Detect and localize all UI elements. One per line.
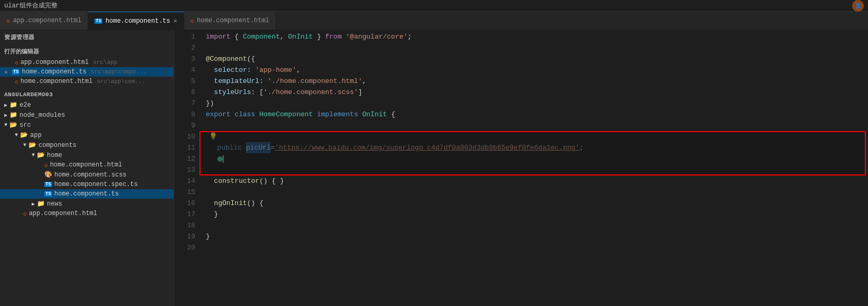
chevron-down-icon: ▼ (4, 122, 7, 128)
code-line-3: @Component ({ (206, 53, 868, 64)
chevron-down-icon: ▼ (32, 152, 35, 158)
code-line-9 (206, 120, 868, 131)
html-icon: ◇ (6, 17, 10, 24)
folder-icon: 📁 (37, 200, 45, 208)
file-path: src\app\com... (97, 78, 145, 85)
ts-icon: TS (94, 18, 102, 24)
file-label: home.component.ts (54, 190, 119, 198)
code-line-12 (206, 153, 868, 164)
open-editors-label: 打开的编辑器 (0, 43, 174, 58)
file-label: home.component.ts (22, 68, 86, 76)
open-editor-home-ts[interactable]: ✕ TS home.component.ts src\app\compo... (0, 67, 174, 77)
code-view: 1 2 3 4 5 6 7 8 9 10 11 12 13 14 15 16 1… (174, 30, 868, 306)
tree-e2e[interactable]: ▶ 📁 e2e (0, 100, 174, 110)
html-file-icon: ◇ (15, 78, 18, 85)
lightbulb-icon: 💡 (209, 131, 217, 142)
tab-app-component-html[interactable]: ◇ app.component.html (0, 12, 88, 30)
line-numbers: 1 2 3 4 5 6 7 8 9 10 11 12 13 14 15 16 1… (174, 30, 201, 306)
folder-label: e2e (20, 101, 31, 109)
tree-app[interactable]: ▼ 📂 app (0, 130, 174, 140)
tab-close-button[interactable]: ✕ (173, 17, 177, 25)
editor-area[interactable]: 1 2 3 4 5 6 7 8 9 10 11 12 13 14 15 16 1… (174, 30, 868, 306)
folder-icon: 📂 (37, 151, 45, 159)
code-line-18 (206, 220, 868, 231)
tree-app-component-html[interactable]: ◇ app.component.html (0, 209, 174, 218)
code-line-19: } (206, 231, 868, 242)
tab-home-component-html[interactable]: ◇ home.component.html (184, 12, 276, 30)
folder-label: home (47, 152, 62, 159)
green-dot-indicator (217, 156, 223, 162)
chevron-right-icon: ▶ (32, 201, 35, 207)
tab-label: app.component.html (13, 17, 82, 24)
file-label: app.component.html (29, 210, 98, 217)
folder-label: news (47, 200, 62, 208)
chevron-right-icon: ▶ (4, 112, 7, 118)
file-label: home.component.html (50, 161, 122, 169)
code-line-20 (206, 242, 868, 253)
close-icon[interactable]: ✕ (4, 69, 8, 76)
code-line-13 (206, 164, 868, 175)
html-file-icon: ◇ (44, 162, 48, 169)
picurl-highlight: picUrl (246, 142, 271, 153)
top-bar-title: ular组件合成完整 (4, 1, 58, 10)
code-line-11: public picUrl = 'https://www.baidu.com/i… (206, 142, 868, 153)
code-line-6: styleUrls : [ './home.component.scss' ] (206, 87, 868, 98)
chevron-down-icon: ▼ (23, 142, 26, 148)
tree-components[interactable]: ▼ 📂 components (0, 140, 174, 150)
top-bar: ular组件合成完整 👤 (0, 0, 868, 12)
code-line-15 (206, 187, 868, 198)
ts-file-icon: TS (12, 69, 20, 75)
project-name: ANGULARDEMO03 (0, 88, 174, 100)
open-editor-app-component[interactable]: ◇ app.component.html src\app (0, 58, 174, 67)
code-line-1: import { Component , OnInit } from '@ang… (206, 31, 868, 42)
code-line-16: ngOnInit () { (206, 198, 868, 209)
tree-home-scss[interactable]: 🎨 home.component.scss (0, 170, 174, 180)
code-line-14: constructor () { } (206, 175, 868, 187)
html-file-icon: ◇ (23, 210, 27, 217)
folder-label: components (39, 142, 77, 149)
code-line-17: } (206, 209, 868, 220)
open-editor-home-html[interactable]: ◇ home.component.html src\app\com... (0, 77, 174, 86)
file-label: home.component.spec.ts (54, 181, 138, 188)
tab-bar: ◇ app.component.html TS home.component.t… (0, 12, 868, 30)
main-layout: 资源管理器 打开的编辑器 ◇ app.component.html src\ap… (0, 30, 868, 306)
ts-file-icon: TS (44, 191, 52, 197)
html-icon: ◇ (190, 17, 194, 24)
folder-icon: 📂 (20, 131, 28, 139)
folder-icon: 📂 (28, 141, 36, 149)
ts-file-icon: TS (44, 182, 52, 187)
text-cursor (223, 155, 224, 163)
user-avatar: 👤 (852, 0, 864, 12)
folder-label: app (30, 132, 42, 139)
chevron-right-icon: ▶ (4, 102, 7, 108)
file-label: home.component.scss (54, 171, 127, 179)
file-path: src\app\compo... (91, 69, 147, 75)
tree-home-ts[interactable]: TS home.component.ts (0, 189, 174, 199)
pic-url-value: https://www.baidu.com/img/superlogo_c4d7… (279, 144, 576, 152)
code-line-5: templateUrl : './home.component.html' , (206, 76, 868, 87)
folder-icon: 📂 (9, 121, 17, 129)
file-label: app.component.html (21, 59, 89, 66)
tree-src[interactable]: ▼ 📂 src (0, 120, 174, 130)
code-content: import { Component , OnInit } from '@ang… (201, 30, 868, 306)
code-line-2 (206, 42, 868, 53)
resource-manager-label: 资源管理器 (0, 30, 174, 43)
tree-home-html[interactable]: ◇ home.component.html (0, 160, 174, 170)
code-line-8: export class HomeComponent implements On… (206, 109, 868, 120)
code-line-7: }) (206, 98, 868, 109)
tree-home-spec[interactable]: TS home.component.spec.ts (0, 180, 174, 189)
html-file-icon: ◇ (15, 59, 18, 66)
tab-label: home.component.ts (106, 17, 170, 25)
scss-file-icon: 🎨 (44, 171, 52, 179)
chevron-down-icon: ▼ (15, 132, 18, 138)
tab-label: home.component.html (197, 17, 269, 24)
sidebar: 资源管理器 打开的编辑器 ◇ app.component.html src\ap… (0, 30, 174, 306)
tree-node-modules[interactable]: ▶ 📁 node_modules (0, 110, 174, 120)
file-label: home.component.html (21, 78, 93, 85)
code-line-10: 💡 (206, 131, 868, 142)
tab-home-component-ts[interactable]: TS home.component.ts ✕ (88, 12, 184, 30)
tree-home[interactable]: ▼ 📂 home (0, 150, 174, 160)
file-path: src\app (93, 59, 117, 66)
tree-news[interactable]: ▶ 📁 news (0, 199, 174, 209)
folder-icon: 📁 (9, 101, 17, 109)
